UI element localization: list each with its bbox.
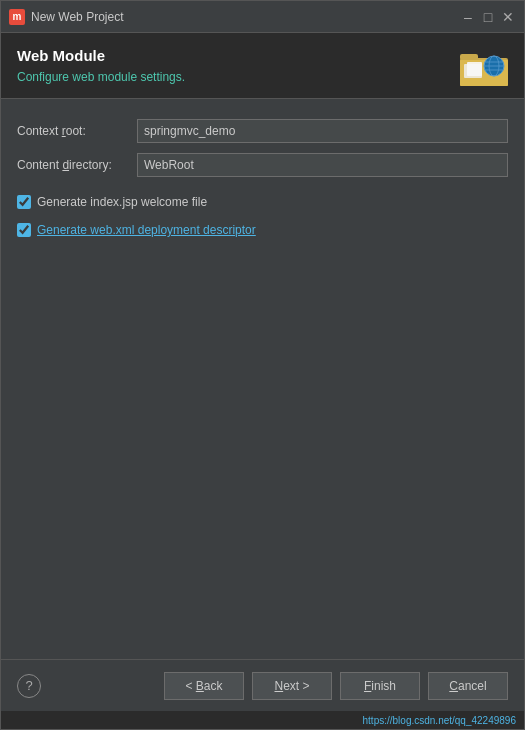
window-controls: – □ ✕	[460, 9, 516, 25]
main-content: Context root: Content directory: Generat…	[1, 99, 524, 659]
generate-index-row: Generate index.jsp welcome file	[17, 195, 508, 209]
minimize-button[interactable]: –	[460, 9, 476, 25]
svg-rect-9	[467, 62, 482, 76]
app-icon: m	[9, 9, 25, 25]
section-title: Web Module	[17, 47, 428, 64]
context-root-row: Context root:	[17, 119, 508, 143]
title-bar: m New Web Project – □ ✕	[1, 1, 524, 33]
cancel-button[interactable]: Cancel	[428, 672, 508, 700]
footer: ? < Back Next > Finish Cancel	[1, 659, 524, 711]
header-text: Web Module Configure web module settings…	[1, 33, 444, 98]
context-root-label: Context root:	[17, 124, 137, 138]
generate-webxml-label[interactable]: Generate web.xml deployment descriptor	[37, 223, 256, 237]
svg-rect-1	[460, 54, 478, 60]
next-button[interactable]: Next >	[252, 672, 332, 700]
content-dir-label: Content directory:	[17, 158, 137, 172]
generate-webxml-checkbox[interactable]	[17, 223, 31, 237]
status-bar: https://blog.csdn.net/qq_42249896	[1, 711, 524, 729]
maximize-button[interactable]: □	[480, 9, 496, 25]
help-button[interactable]: ?	[17, 674, 41, 698]
main-window: m New Web Project – □ ✕ Web Module Confi…	[0, 0, 525, 730]
finish-button[interactable]: Finish	[340, 672, 420, 700]
generate-index-label[interactable]: Generate index.jsp welcome file	[37, 195, 207, 209]
generate-webxml-row: Generate web.xml deployment descriptor	[17, 223, 508, 237]
section-subtitle: Configure web module settings.	[17, 70, 428, 84]
window-title: New Web Project	[31, 10, 460, 24]
generate-index-checkbox[interactable]	[17, 195, 31, 209]
context-root-input[interactable]	[137, 119, 508, 143]
header-icon-area	[444, 33, 524, 98]
status-url: https://blog.csdn.net/qq_42249896	[363, 715, 516, 726]
close-button[interactable]: ✕	[500, 9, 516, 25]
footer-buttons: < Back Next > Finish Cancel	[41, 672, 508, 700]
header-section: Web Module Configure web module settings…	[1, 33, 524, 99]
content-dir-input[interactable]	[137, 153, 508, 177]
web-project-icon	[458, 44, 510, 88]
content-dir-row: Content directory:	[17, 153, 508, 177]
back-button[interactable]: < Back	[164, 672, 244, 700]
